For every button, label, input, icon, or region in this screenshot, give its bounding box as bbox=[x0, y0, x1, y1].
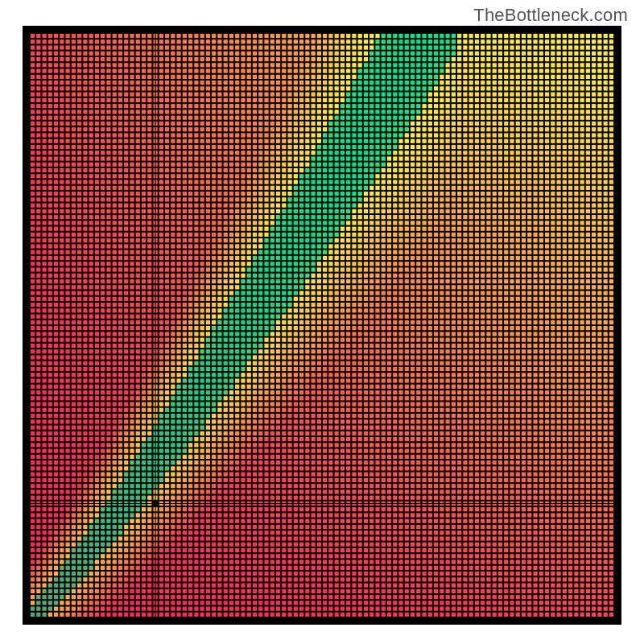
heatmap-plot bbox=[23, 26, 621, 625]
watermark-text: TheBottleneck.com bbox=[473, 5, 628, 26]
chart-container: TheBottleneck.com bbox=[0, 0, 644, 644]
heatmap-canvas bbox=[23, 26, 621, 625]
